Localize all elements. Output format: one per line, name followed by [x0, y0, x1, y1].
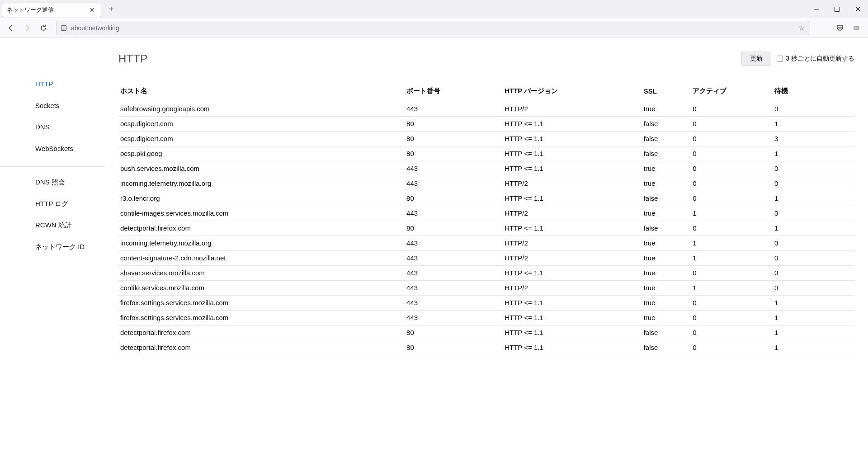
new-tab-button[interactable]: + [105, 3, 118, 15]
cell-idle: 0 [773, 206, 854, 221]
table-row: ocsp.digicert.com80HTTP <= 1.1false01 [118, 117, 854, 132]
cell-version: HTTP <= 1.1 [503, 266, 642, 281]
browser-tab[interactable]: ネットワーク通信 ✕ [2, 3, 101, 17]
page-header: HTTP 更新 3 秒ごとに自動更新する [118, 52, 854, 66]
cell-host: detectportal.firefox.com [118, 221, 405, 236]
sidebar-item[interactable]: WebSockets [0, 138, 105, 160]
cell-ssl: true [642, 176, 691, 191]
cell-host: firefox.settings.services.mozilla.com [118, 311, 405, 325]
cell-ssl: true [642, 281, 691, 296]
cell-host: r3.o.lencr.org [118, 191, 405, 206]
sidebar-item[interactable]: ネットワーク ID [0, 236, 105, 258]
page-identity-icon [60, 24, 67, 32]
col-ssl: SSL [642, 84, 691, 102]
cell-host: ocsp.digicert.com [118, 132, 405, 146]
table-row: firefox.settings.services.mozilla.com443… [118, 311, 854, 325]
bookmark-star-button[interactable]: ☆ [797, 24, 806, 33]
cell-version: HTTP <= 1.1 [503, 161, 642, 176]
cell-idle: 0 [773, 281, 854, 296]
cell-version: HTTP <= 1.1 [503, 296, 642, 311]
auto-refresh-checkbox[interactable] [777, 56, 783, 62]
main-panel: HTTP 更新 3 秒ごとに自動更新する ホスト名 ポート番号 HTTP バージ… [105, 38, 868, 462]
sidebar-item[interactable]: DNS 照会 [0, 171, 105, 193]
table-row: ocsp.pki.goog80HTTP <= 1.1false01 [118, 146, 854, 161]
cell-port: 443 [405, 266, 503, 281]
cell-ssl: true [642, 266, 691, 281]
cell-active: 0 [691, 132, 773, 146]
cell-idle: 1 [773, 146, 854, 161]
sidebar-item[interactable]: DNS [0, 116, 105, 138]
cell-host: detectportal.firefox.com [118, 340, 405, 355]
tab-strip: ネットワーク通信 ✕ + ✕ [0, 0, 868, 18]
sidebar-item[interactable]: RCWN 統計 [0, 214, 105, 236]
pocket-icon [836, 24, 844, 32]
cell-host: incoming.telemetry.mozilla.org [118, 176, 405, 191]
hamburger-icon [853, 24, 860, 32]
cell-ssl: false [642, 221, 691, 236]
cell-active: 1 [691, 281, 773, 296]
table-row: contile.services.mozilla.com443HTTP/2tru… [118, 281, 854, 296]
table-row: incoming.telemetry.mozilla.org443HTTP/2t… [118, 236, 854, 251]
window-maximize-button[interactable] [826, 0, 847, 18]
app-menu-button[interactable] [849, 21, 863, 35]
cell-idle: 1 [773, 117, 854, 132]
cell-ssl: true [642, 236, 691, 251]
cell-version: HTTP <= 1.1 [503, 311, 642, 325]
url-bar[interactable]: about:networking ☆ [56, 21, 810, 35]
cell-active: 0 [691, 340, 773, 355]
cell-host: ocsp.pki.goog [118, 146, 405, 161]
sidebar-item[interactable]: HTTP ログ [0, 193, 105, 215]
refresh-button[interactable]: 更新 [741, 52, 771, 66]
cell-idle: 1 [773, 311, 854, 325]
cell-port: 443 [405, 176, 503, 191]
arrow-left-icon [7, 24, 14, 32]
cell-ssl: false [642, 340, 691, 355]
svg-rect-2 [62, 28, 66, 28]
cell-active: 0 [691, 325, 773, 340]
window-minimize-button[interactable] [806, 0, 826, 18]
col-idle: 待機 [773, 84, 854, 102]
reload-button[interactable] [36, 21, 51, 35]
cell-version: HTTP <= 1.1 [503, 221, 642, 236]
auto-refresh-label: 3 秒ごとに自動更新する [786, 55, 854, 63]
table-row: ocsp.digicert.com80HTTP <= 1.1false03 [118, 132, 854, 146]
svg-rect-3 [62, 29, 65, 29]
col-hostname: ホスト名 [118, 84, 405, 102]
pocket-button[interactable] [833, 21, 847, 35]
cell-version: HTTP <= 1.1 [503, 325, 642, 340]
window-controls: ✕ [806, 0, 868, 18]
table-row: detectportal.firefox.com80HTTP <= 1.1fal… [118, 340, 854, 355]
cell-active: 0 [691, 296, 773, 311]
cell-port: 443 [405, 236, 503, 251]
cell-version: HTTP <= 1.1 [503, 191, 642, 206]
table-body: safebrowsing.googleapis.com443HTTP/2true… [118, 102, 854, 355]
cell-ssl: false [642, 325, 691, 340]
tab-title: ネットワーク通信 [7, 6, 54, 14]
svg-rect-5 [854, 28, 859, 28]
cell-host: content-signature-2.cdn.mozilla.net [118, 251, 405, 266]
cell-host: safebrowsing.googleapis.com [118, 102, 405, 117]
table-row: safebrowsing.googleapis.com443HTTP/2true… [118, 102, 854, 117]
sidebar-item[interactable]: Sockets [0, 95, 105, 117]
table-row: r3.o.lencr.org80HTTP <= 1.1false01 [118, 191, 854, 206]
table-row: shavar.services.mozilla.com443HTTP <= 1.… [118, 266, 854, 281]
back-button[interactable] [4, 21, 18, 35]
cell-idle: 0 [773, 236, 854, 251]
auto-refresh-control[interactable]: 3 秒ごとに自動更新する [777, 55, 854, 63]
svg-rect-4 [854, 26, 859, 27]
cell-host: contile.services.mozilla.com [118, 281, 405, 296]
table-row: content-signature-2.cdn.mozilla.net443HT… [118, 251, 854, 266]
cell-idle: 1 [773, 221, 854, 236]
sidebar-item[interactable]: HTTP [0, 73, 105, 95]
cell-port: 443 [405, 311, 503, 325]
cell-version: HTTP/2 [503, 236, 642, 251]
cell-port: 80 [405, 146, 503, 161]
cell-port: 443 [405, 206, 503, 221]
window-close-button[interactable]: ✕ [847, 0, 868, 18]
cell-port: 443 [405, 102, 503, 117]
cell-idle: 1 [773, 325, 854, 340]
cell-port: 443 [405, 296, 503, 311]
close-tab-icon[interactable]: ✕ [88, 6, 96, 14]
cell-host: ocsp.digicert.com [118, 117, 405, 132]
nav-toolbar: about:networking ☆ [0, 18, 868, 38]
